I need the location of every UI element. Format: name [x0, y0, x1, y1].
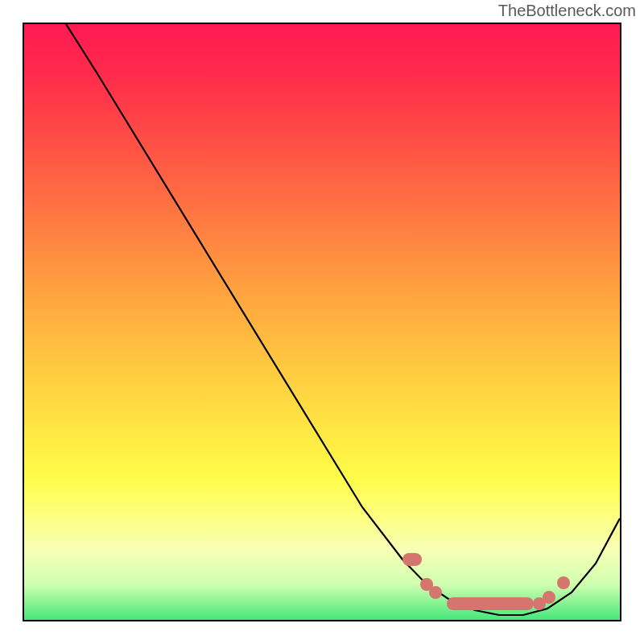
chart-marker-dot [429, 586, 442, 599]
chart-marker-dot [557, 576, 570, 589]
watermark-text: TheBottleneck.com [498, 2, 636, 20]
chart-marker-segment [447, 597, 534, 610]
chart-gradient-area [24, 24, 620, 620]
chart-marker-segment [402, 553, 422, 566]
chart-curve [24, 24, 620, 620]
chart-marker-dot [543, 591, 555, 604]
chart-frame [23, 23, 621, 621]
